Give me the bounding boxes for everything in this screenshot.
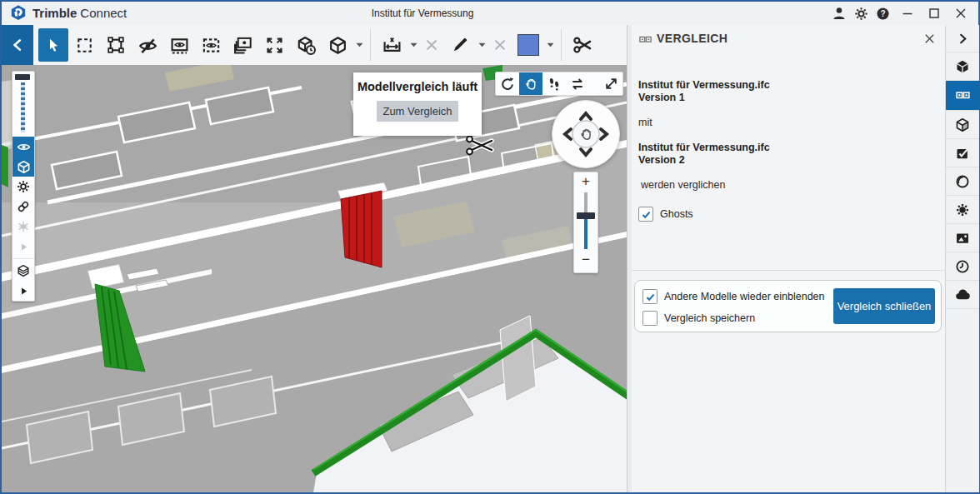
main-toolbar xyxy=(2,25,627,66)
settings-gear-button[interactable] xyxy=(12,177,34,197)
isolate-frame-icon[interactable] xyxy=(195,28,227,62)
viewport-3d: Modellvergleich läuft Zum Vergleich + xyxy=(2,65,627,492)
brand-bold: Trimble xyxy=(32,6,77,20)
zoom-handle[interactable] xyxy=(577,212,595,219)
right-icon-strip xyxy=(945,25,979,492)
markup-web-icon xyxy=(12,217,34,237)
compare-icon xyxy=(638,32,652,47)
model-cube-button[interactable] xyxy=(12,157,34,177)
swap-view-icon[interactable] xyxy=(566,72,589,95)
color-caret-icon[interactable] xyxy=(544,28,556,62)
save-compare-checkbox[interactable] xyxy=(642,311,658,326)
model-state-cube-icon[interactable] xyxy=(290,28,322,62)
ghost-slider-handle[interactable] xyxy=(15,74,30,80)
close-button[interactable] xyxy=(948,3,973,23)
show-models-checkbox[interactable] xyxy=(642,289,658,304)
ghosts-label: Ghosts xyxy=(660,208,693,220)
model-b-name: Institut für Vermessung.ifc xyxy=(638,142,770,154)
collapse-chevron-icon[interactable] xyxy=(946,25,979,52)
close-compare-button[interactable]: Vergleich schließen xyxy=(833,288,935,324)
strip-todos-icon[interactable] xyxy=(946,139,979,167)
layers-button[interactable] xyxy=(12,261,34,281)
connector-text: mit xyxy=(638,117,652,128)
nav-mode-toolbar xyxy=(495,72,623,96)
ghost-slider[interactable] xyxy=(12,72,34,137)
trimble-logo-icon xyxy=(10,4,27,21)
save-compare-checkbox-row: Vergleich speichern xyxy=(642,311,755,326)
expand-play-button[interactable] xyxy=(12,281,34,301)
visibility-button[interactable] xyxy=(12,137,34,157)
clear-measure-icon xyxy=(419,28,444,62)
maximize-button[interactable] xyxy=(922,3,947,23)
pan-hand-icon[interactable] xyxy=(519,72,542,95)
hide-object-icon[interactable] xyxy=(132,28,163,62)
area-select-icon[interactable] xyxy=(100,28,132,62)
zoom-track[interactable] xyxy=(574,191,598,251)
panel-close-icon[interactable] xyxy=(922,31,937,46)
show-models-checkbox-row: Andere Modelle wieder einblenden xyxy=(642,289,825,304)
save-compare-label: Vergleich speichern xyxy=(664,312,755,324)
markup-caret-icon[interactable] xyxy=(476,28,488,62)
ghost-slider-track[interactable] xyxy=(21,82,25,132)
strip-markers-icon[interactable] xyxy=(946,196,979,224)
strip-sync-icon[interactable] xyxy=(946,281,979,309)
app-window: TrimbleConnect Institut für Vermessung xyxy=(0,0,980,494)
back-button[interactable] xyxy=(2,25,33,65)
model-compare-popup: Modellvergleich läuft Zum Vergleich xyxy=(353,72,482,136)
user-icon[interactable] xyxy=(828,3,850,23)
panel-header: VERGLEICH xyxy=(632,25,945,50)
popup-title: Modellvergleich läuft xyxy=(353,80,482,93)
compare-footer-card: Andere Modelle wieder einblenden Verglei… xyxy=(634,280,942,332)
orbit-icon[interactable] xyxy=(496,72,519,95)
titlebar-controls xyxy=(828,3,973,23)
show-layers-icon[interactable] xyxy=(227,28,258,62)
color-swatch[interactable] xyxy=(512,28,544,62)
show-models-label: Andere Modelle wieder einblenden xyxy=(664,291,825,302)
show-in-frame-icon[interactable] xyxy=(163,28,195,62)
brand: TrimbleConnect xyxy=(10,4,127,21)
clear-markup-icon xyxy=(488,28,512,62)
zoom-track-lower xyxy=(584,219,588,249)
help-icon[interactable] xyxy=(872,3,893,23)
ghosts-checkbox[interactable] xyxy=(638,207,653,222)
strip-views-icon[interactable] xyxy=(946,224,979,252)
model-scene[interactable] xyxy=(2,65,627,492)
measure-tool-icon[interactable] xyxy=(376,28,408,62)
model-a-name: Institut für Vermessung.ifc xyxy=(638,79,770,92)
window-title: Institut für Vermessung xyxy=(372,7,474,19)
fit-to-view-icon[interactable] xyxy=(258,28,290,62)
markup-pen-icon[interactable] xyxy=(444,28,476,62)
view-cube-caret-icon[interactable] xyxy=(353,28,365,62)
play-disabled-icon xyxy=(12,237,34,257)
measure-caret-icon[interactable] xyxy=(408,28,419,62)
navigation-wheel[interactable] xyxy=(552,100,620,168)
strip-compare-icon[interactable] xyxy=(946,81,979,111)
strip-assembly-icon[interactable] xyxy=(946,111,979,139)
toolbar-separator xyxy=(370,29,371,61)
link-button[interactable] xyxy=(12,197,34,217)
panel-title: VERGLEICH xyxy=(657,32,728,45)
wheel-right-arrow xyxy=(601,129,607,139)
strip-history-icon[interactable] xyxy=(946,252,979,281)
brand-text: TrimbleConnect xyxy=(32,6,127,20)
minimize-button[interactable] xyxy=(895,3,920,23)
strip-models-icon[interactable] xyxy=(946,52,979,81)
settings-gear-icon[interactable] xyxy=(850,3,872,23)
view-cube-icon[interactable] xyxy=(322,28,353,62)
color-swatch-fill[interactable] xyxy=(518,34,539,56)
select-tool-button[interactable] xyxy=(38,28,68,62)
model-a-version: Version 1 xyxy=(638,92,685,104)
status-text: werden verglichen xyxy=(641,179,725,191)
zum-vergleich-button[interactable]: Zum Vergleich xyxy=(377,101,458,122)
diff-removed-wall xyxy=(341,191,382,267)
zoom-in-button[interactable]: + xyxy=(582,172,590,191)
zoom-slider: + − xyxy=(573,172,598,273)
toolbar-divider xyxy=(12,258,34,259)
panel-section-divider xyxy=(632,270,945,271)
marquee-select-icon[interactable] xyxy=(68,28,100,62)
walk-icon[interactable] xyxy=(542,72,566,95)
fullscreen-icon[interactable] xyxy=(599,72,622,95)
zoom-out-button[interactable]: − xyxy=(582,251,590,269)
section-cut-icon[interactable] xyxy=(567,28,598,62)
strip-clash-icon[interactable] xyxy=(946,167,979,196)
